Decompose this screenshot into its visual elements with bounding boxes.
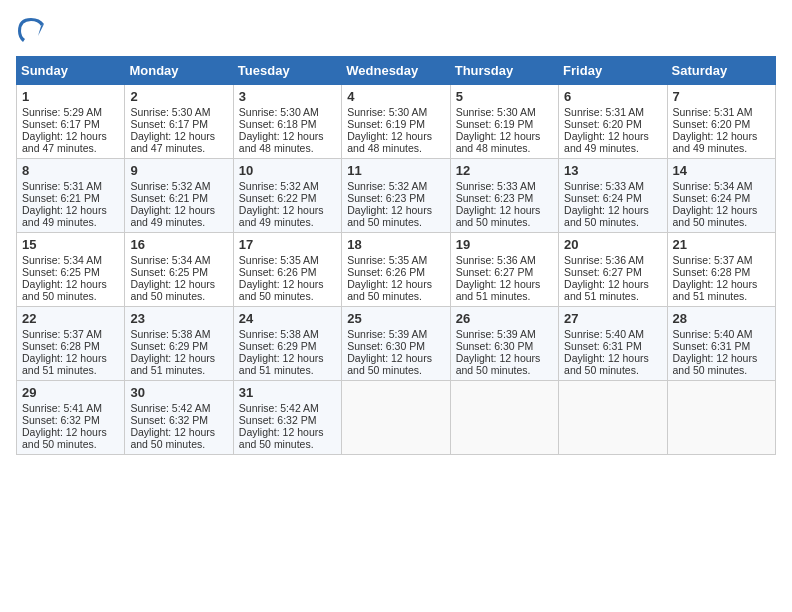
day-number: 30 bbox=[130, 385, 227, 400]
sunset-label: Sunset: 6:23 PM bbox=[456, 192, 534, 204]
daylight-label: Daylight: 12 hoursand 49 minutes. bbox=[239, 204, 324, 228]
daylight-label: Daylight: 12 hoursand 47 minutes. bbox=[130, 130, 215, 154]
day-number: 25 bbox=[347, 311, 444, 326]
sunset-label: Sunset: 6:24 PM bbox=[564, 192, 642, 204]
sunset-label: Sunset: 6:22 PM bbox=[239, 192, 317, 204]
logo bbox=[16, 16, 50, 46]
calendar-cell: 8Sunrise: 5:31 AMSunset: 6:21 PMDaylight… bbox=[17, 159, 125, 233]
sunset-label: Sunset: 6:26 PM bbox=[347, 266, 425, 278]
daylight-label: Daylight: 12 hoursand 50 minutes. bbox=[673, 352, 758, 376]
daylight-label: Daylight: 12 hoursand 50 minutes. bbox=[130, 278, 215, 302]
calendar-cell: 5Sunrise: 5:30 AMSunset: 6:19 PMDaylight… bbox=[450, 85, 558, 159]
daylight-label: Daylight: 12 hoursand 50 minutes. bbox=[564, 352, 649, 376]
sunrise-label: Sunrise: 5:31 AM bbox=[673, 106, 753, 118]
calendar-cell bbox=[559, 381, 667, 455]
calendar-cell: 28Sunrise: 5:40 AMSunset: 6:31 PMDayligh… bbox=[667, 307, 775, 381]
calendar-cell: 4Sunrise: 5:30 AMSunset: 6:19 PMDaylight… bbox=[342, 85, 450, 159]
daylight-label: Daylight: 12 hoursand 48 minutes. bbox=[347, 130, 432, 154]
sunrise-label: Sunrise: 5:38 AM bbox=[239, 328, 319, 340]
daylight-label: Daylight: 12 hoursand 50 minutes. bbox=[130, 426, 215, 450]
calendar-header-row: SundayMondayTuesdayWednesdayThursdayFrid… bbox=[17, 57, 776, 85]
day-number: 1 bbox=[22, 89, 119, 104]
day-number: 4 bbox=[347, 89, 444, 104]
calendar-cell: 7Sunrise: 5:31 AMSunset: 6:20 PMDaylight… bbox=[667, 85, 775, 159]
sunset-label: Sunset: 6:19 PM bbox=[347, 118, 425, 130]
sunrise-label: Sunrise: 5:37 AM bbox=[22, 328, 102, 340]
sunrise-label: Sunrise: 5:31 AM bbox=[564, 106, 644, 118]
daylight-label: Daylight: 12 hoursand 50 minutes. bbox=[22, 426, 107, 450]
calendar-cell: 11Sunrise: 5:32 AMSunset: 6:23 PMDayligh… bbox=[342, 159, 450, 233]
daylight-label: Daylight: 12 hoursand 49 minutes. bbox=[564, 130, 649, 154]
header-thursday: Thursday bbox=[450, 57, 558, 85]
sunrise-label: Sunrise: 5:34 AM bbox=[673, 180, 753, 192]
calendar-cell: 23Sunrise: 5:38 AMSunset: 6:29 PMDayligh… bbox=[125, 307, 233, 381]
sunset-label: Sunset: 6:31 PM bbox=[673, 340, 751, 352]
sunrise-label: Sunrise: 5:38 AM bbox=[130, 328, 210, 340]
calendar-cell: 17Sunrise: 5:35 AMSunset: 6:26 PMDayligh… bbox=[233, 233, 341, 307]
sunrise-label: Sunrise: 5:35 AM bbox=[347, 254, 427, 266]
day-number: 16 bbox=[130, 237, 227, 252]
day-number: 12 bbox=[456, 163, 553, 178]
header-saturday: Saturday bbox=[667, 57, 775, 85]
sunrise-label: Sunrise: 5:29 AM bbox=[22, 106, 102, 118]
day-number: 29 bbox=[22, 385, 119, 400]
week-row-4: 22Sunrise: 5:37 AMSunset: 6:28 PMDayligh… bbox=[17, 307, 776, 381]
sunset-label: Sunset: 6:30 PM bbox=[456, 340, 534, 352]
calendar-cell: 12Sunrise: 5:33 AMSunset: 6:23 PMDayligh… bbox=[450, 159, 558, 233]
day-number: 13 bbox=[564, 163, 661, 178]
week-row-3: 15Sunrise: 5:34 AMSunset: 6:25 PMDayligh… bbox=[17, 233, 776, 307]
sunset-label: Sunset: 6:25 PM bbox=[130, 266, 208, 278]
day-number: 9 bbox=[130, 163, 227, 178]
sunrise-label: Sunrise: 5:32 AM bbox=[130, 180, 210, 192]
calendar-cell: 2Sunrise: 5:30 AMSunset: 6:17 PMDaylight… bbox=[125, 85, 233, 159]
daylight-label: Daylight: 12 hoursand 51 minutes. bbox=[456, 278, 541, 302]
daylight-label: Daylight: 12 hoursand 48 minutes. bbox=[456, 130, 541, 154]
day-number: 2 bbox=[130, 89, 227, 104]
calendar-cell: 26Sunrise: 5:39 AMSunset: 6:30 PMDayligh… bbox=[450, 307, 558, 381]
sunset-label: Sunset: 6:29 PM bbox=[239, 340, 317, 352]
day-number: 8 bbox=[22, 163, 119, 178]
page-header bbox=[16, 16, 776, 46]
sunrise-label: Sunrise: 5:35 AM bbox=[239, 254, 319, 266]
calendar-cell: 16Sunrise: 5:34 AMSunset: 6:25 PMDayligh… bbox=[125, 233, 233, 307]
daylight-label: Daylight: 12 hoursand 50 minutes. bbox=[456, 352, 541, 376]
sunrise-label: Sunrise: 5:41 AM bbox=[22, 402, 102, 414]
daylight-label: Daylight: 12 hoursand 50 minutes. bbox=[564, 204, 649, 228]
day-number: 6 bbox=[564, 89, 661, 104]
sunset-label: Sunset: 6:18 PM bbox=[239, 118, 317, 130]
sunset-label: Sunset: 6:20 PM bbox=[673, 118, 751, 130]
day-number: 24 bbox=[239, 311, 336, 326]
sunrise-label: Sunrise: 5:33 AM bbox=[564, 180, 644, 192]
sunset-label: Sunset: 6:32 PM bbox=[22, 414, 100, 426]
daylight-label: Daylight: 12 hoursand 50 minutes. bbox=[22, 278, 107, 302]
sunrise-label: Sunrise: 5:39 AM bbox=[456, 328, 536, 340]
day-number: 28 bbox=[673, 311, 770, 326]
calendar-cell bbox=[342, 381, 450, 455]
day-number: 10 bbox=[239, 163, 336, 178]
calendar-cell: 10Sunrise: 5:32 AMSunset: 6:22 PMDayligh… bbox=[233, 159, 341, 233]
header-tuesday: Tuesday bbox=[233, 57, 341, 85]
sunrise-label: Sunrise: 5:36 AM bbox=[564, 254, 644, 266]
calendar-cell: 22Sunrise: 5:37 AMSunset: 6:28 PMDayligh… bbox=[17, 307, 125, 381]
sunset-label: Sunset: 6:32 PM bbox=[239, 414, 317, 426]
day-number: 21 bbox=[673, 237, 770, 252]
sunset-label: Sunset: 6:28 PM bbox=[673, 266, 751, 278]
daylight-label: Daylight: 12 hoursand 51 minutes. bbox=[673, 278, 758, 302]
sunset-label: Sunset: 6:19 PM bbox=[456, 118, 534, 130]
sunset-label: Sunset: 6:27 PM bbox=[564, 266, 642, 278]
daylight-label: Daylight: 12 hoursand 50 minutes. bbox=[347, 204, 432, 228]
calendar-cell: 9Sunrise: 5:32 AMSunset: 6:21 PMDaylight… bbox=[125, 159, 233, 233]
sunrise-label: Sunrise: 5:33 AM bbox=[456, 180, 536, 192]
header-sunday: Sunday bbox=[17, 57, 125, 85]
sunset-label: Sunset: 6:23 PM bbox=[347, 192, 425, 204]
sunrise-label: Sunrise: 5:31 AM bbox=[22, 180, 102, 192]
daylight-label: Daylight: 12 hoursand 51 minutes. bbox=[564, 278, 649, 302]
day-number: 7 bbox=[673, 89, 770, 104]
calendar-cell: 3Sunrise: 5:30 AMSunset: 6:18 PMDaylight… bbox=[233, 85, 341, 159]
sunset-label: Sunset: 6:20 PM bbox=[564, 118, 642, 130]
calendar-cell: 20Sunrise: 5:36 AMSunset: 6:27 PMDayligh… bbox=[559, 233, 667, 307]
daylight-label: Daylight: 12 hoursand 49 minutes. bbox=[673, 130, 758, 154]
sunset-label: Sunset: 6:32 PM bbox=[130, 414, 208, 426]
sunrise-label: Sunrise: 5:34 AM bbox=[22, 254, 102, 266]
sunset-label: Sunset: 6:17 PM bbox=[22, 118, 100, 130]
